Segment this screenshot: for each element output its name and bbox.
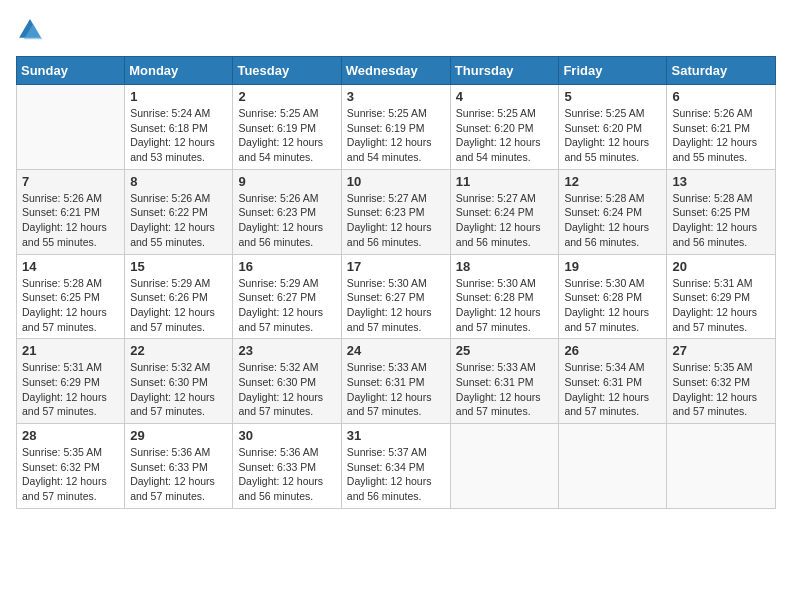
day-info: Sunrise: 5:26 AM Sunset: 6:22 PM Dayligh… — [130, 191, 227, 250]
calendar-cell: 13Sunrise: 5:28 AM Sunset: 6:25 PM Dayli… — [667, 169, 776, 254]
calendar-cell: 24Sunrise: 5:33 AM Sunset: 6:31 PM Dayli… — [341, 339, 450, 424]
day-info: Sunrise: 5:33 AM Sunset: 6:31 PM Dayligh… — [456, 360, 554, 419]
day-number: 25 — [456, 343, 554, 358]
day-info: Sunrise: 5:35 AM Sunset: 6:32 PM Dayligh… — [22, 445, 119, 504]
day-number: 5 — [564, 89, 661, 104]
day-number: 4 — [456, 89, 554, 104]
calendar-cell: 19Sunrise: 5:30 AM Sunset: 6:28 PM Dayli… — [559, 254, 667, 339]
day-number: 20 — [672, 259, 770, 274]
weekday-header: Wednesday — [341, 57, 450, 85]
calendar-cell — [450, 424, 559, 509]
weekday-header: Monday — [125, 57, 233, 85]
day-number: 17 — [347, 259, 445, 274]
logo-icon — [16, 16, 44, 44]
calendar-cell: 7Sunrise: 5:26 AM Sunset: 6:21 PM Daylig… — [17, 169, 125, 254]
weekday-header: Saturday — [667, 57, 776, 85]
day-info: Sunrise: 5:24 AM Sunset: 6:18 PM Dayligh… — [130, 106, 227, 165]
day-number: 16 — [238, 259, 335, 274]
calendar-cell: 6Sunrise: 5:26 AM Sunset: 6:21 PM Daylig… — [667, 85, 776, 170]
day-info: Sunrise: 5:32 AM Sunset: 6:30 PM Dayligh… — [238, 360, 335, 419]
logo — [16, 16, 48, 44]
day-number: 3 — [347, 89, 445, 104]
day-info: Sunrise: 5:27 AM Sunset: 6:24 PM Dayligh… — [456, 191, 554, 250]
day-info: Sunrise: 5:25 AM Sunset: 6:19 PM Dayligh… — [347, 106, 445, 165]
calendar-cell: 1Sunrise: 5:24 AM Sunset: 6:18 PM Daylig… — [125, 85, 233, 170]
day-info: Sunrise: 5:32 AM Sunset: 6:30 PM Dayligh… — [130, 360, 227, 419]
weekday-header: Tuesday — [233, 57, 341, 85]
day-info: Sunrise: 5:26 AM Sunset: 6:21 PM Dayligh… — [672, 106, 770, 165]
day-info: Sunrise: 5:37 AM Sunset: 6:34 PM Dayligh… — [347, 445, 445, 504]
weekday-header: Thursday — [450, 57, 559, 85]
day-number: 28 — [22, 428, 119, 443]
calendar-cell: 14Sunrise: 5:28 AM Sunset: 6:25 PM Dayli… — [17, 254, 125, 339]
day-number: 11 — [456, 174, 554, 189]
day-number: 31 — [347, 428, 445, 443]
day-info: Sunrise: 5:30 AM Sunset: 6:28 PM Dayligh… — [564, 276, 661, 335]
calendar-cell: 16Sunrise: 5:29 AM Sunset: 6:27 PM Dayli… — [233, 254, 341, 339]
calendar-cell: 21Sunrise: 5:31 AM Sunset: 6:29 PM Dayli… — [17, 339, 125, 424]
day-number: 10 — [347, 174, 445, 189]
day-info: Sunrise: 5:29 AM Sunset: 6:27 PM Dayligh… — [238, 276, 335, 335]
day-number: 21 — [22, 343, 119, 358]
calendar-cell: 25Sunrise: 5:33 AM Sunset: 6:31 PM Dayli… — [450, 339, 559, 424]
calendar-cell: 22Sunrise: 5:32 AM Sunset: 6:30 PM Dayli… — [125, 339, 233, 424]
day-number: 30 — [238, 428, 335, 443]
weekday-header: Friday — [559, 57, 667, 85]
calendar-cell: 17Sunrise: 5:30 AM Sunset: 6:27 PM Dayli… — [341, 254, 450, 339]
day-number: 23 — [238, 343, 335, 358]
day-info: Sunrise: 5:25 AM Sunset: 6:20 PM Dayligh… — [564, 106, 661, 165]
calendar-cell: 18Sunrise: 5:30 AM Sunset: 6:28 PM Dayli… — [450, 254, 559, 339]
calendar-cell: 28Sunrise: 5:35 AM Sunset: 6:32 PM Dayli… — [17, 424, 125, 509]
day-info: Sunrise: 5:31 AM Sunset: 6:29 PM Dayligh… — [22, 360, 119, 419]
day-number: 26 — [564, 343, 661, 358]
day-info: Sunrise: 5:36 AM Sunset: 6:33 PM Dayligh… — [130, 445, 227, 504]
day-number: 19 — [564, 259, 661, 274]
calendar-cell: 30Sunrise: 5:36 AM Sunset: 6:33 PM Dayli… — [233, 424, 341, 509]
calendar-cell: 23Sunrise: 5:32 AM Sunset: 6:30 PM Dayli… — [233, 339, 341, 424]
calendar-cell: 3Sunrise: 5:25 AM Sunset: 6:19 PM Daylig… — [341, 85, 450, 170]
day-number: 27 — [672, 343, 770, 358]
weekday-header-row: SundayMondayTuesdayWednesdayThursdayFrid… — [17, 57, 776, 85]
day-info: Sunrise: 5:27 AM Sunset: 6:23 PM Dayligh… — [347, 191, 445, 250]
day-number: 12 — [564, 174, 661, 189]
calendar-cell: 31Sunrise: 5:37 AM Sunset: 6:34 PM Dayli… — [341, 424, 450, 509]
day-info: Sunrise: 5:28 AM Sunset: 6:24 PM Dayligh… — [564, 191, 661, 250]
calendar-cell: 5Sunrise: 5:25 AM Sunset: 6:20 PM Daylig… — [559, 85, 667, 170]
calendar-week-row: 21Sunrise: 5:31 AM Sunset: 6:29 PM Dayli… — [17, 339, 776, 424]
day-info: Sunrise: 5:33 AM Sunset: 6:31 PM Dayligh… — [347, 360, 445, 419]
calendar-cell: 20Sunrise: 5:31 AM Sunset: 6:29 PM Dayli… — [667, 254, 776, 339]
calendar-week-row: 14Sunrise: 5:28 AM Sunset: 6:25 PM Dayli… — [17, 254, 776, 339]
calendar-cell — [17, 85, 125, 170]
calendar-week-row: 7Sunrise: 5:26 AM Sunset: 6:21 PM Daylig… — [17, 169, 776, 254]
calendar-table: SundayMondayTuesdayWednesdayThursdayFrid… — [16, 56, 776, 509]
day-number: 18 — [456, 259, 554, 274]
calendar-cell: 12Sunrise: 5:28 AM Sunset: 6:24 PM Dayli… — [559, 169, 667, 254]
day-number: 15 — [130, 259, 227, 274]
day-number: 22 — [130, 343, 227, 358]
day-info: Sunrise: 5:26 AM Sunset: 6:23 PM Dayligh… — [238, 191, 335, 250]
calendar-cell: 4Sunrise: 5:25 AM Sunset: 6:20 PM Daylig… — [450, 85, 559, 170]
calendar-cell — [559, 424, 667, 509]
calendar-cell: 29Sunrise: 5:36 AM Sunset: 6:33 PM Dayli… — [125, 424, 233, 509]
day-number: 1 — [130, 89, 227, 104]
calendar-cell: 27Sunrise: 5:35 AM Sunset: 6:32 PM Dayli… — [667, 339, 776, 424]
day-info: Sunrise: 5:28 AM Sunset: 6:25 PM Dayligh… — [22, 276, 119, 335]
day-number: 8 — [130, 174, 227, 189]
calendar-week-row: 28Sunrise: 5:35 AM Sunset: 6:32 PM Dayli… — [17, 424, 776, 509]
day-number: 6 — [672, 89, 770, 104]
calendar-cell: 26Sunrise: 5:34 AM Sunset: 6:31 PM Dayli… — [559, 339, 667, 424]
day-number: 2 — [238, 89, 335, 104]
calendar-cell: 9Sunrise: 5:26 AM Sunset: 6:23 PM Daylig… — [233, 169, 341, 254]
calendar-cell: 2Sunrise: 5:25 AM Sunset: 6:19 PM Daylig… — [233, 85, 341, 170]
calendar-cell: 15Sunrise: 5:29 AM Sunset: 6:26 PM Dayli… — [125, 254, 233, 339]
calendar-cell: 10Sunrise: 5:27 AM Sunset: 6:23 PM Dayli… — [341, 169, 450, 254]
day-info: Sunrise: 5:25 AM Sunset: 6:20 PM Dayligh… — [456, 106, 554, 165]
day-info: Sunrise: 5:31 AM Sunset: 6:29 PM Dayligh… — [672, 276, 770, 335]
day-info: Sunrise: 5:34 AM Sunset: 6:31 PM Dayligh… — [564, 360, 661, 419]
calendar-week-row: 1Sunrise: 5:24 AM Sunset: 6:18 PM Daylig… — [17, 85, 776, 170]
day-info: Sunrise: 5:35 AM Sunset: 6:32 PM Dayligh… — [672, 360, 770, 419]
page-header — [16, 16, 776, 44]
day-info: Sunrise: 5:30 AM Sunset: 6:27 PM Dayligh… — [347, 276, 445, 335]
day-info: Sunrise: 5:28 AM Sunset: 6:25 PM Dayligh… — [672, 191, 770, 250]
day-info: Sunrise: 5:29 AM Sunset: 6:26 PM Dayligh… — [130, 276, 227, 335]
